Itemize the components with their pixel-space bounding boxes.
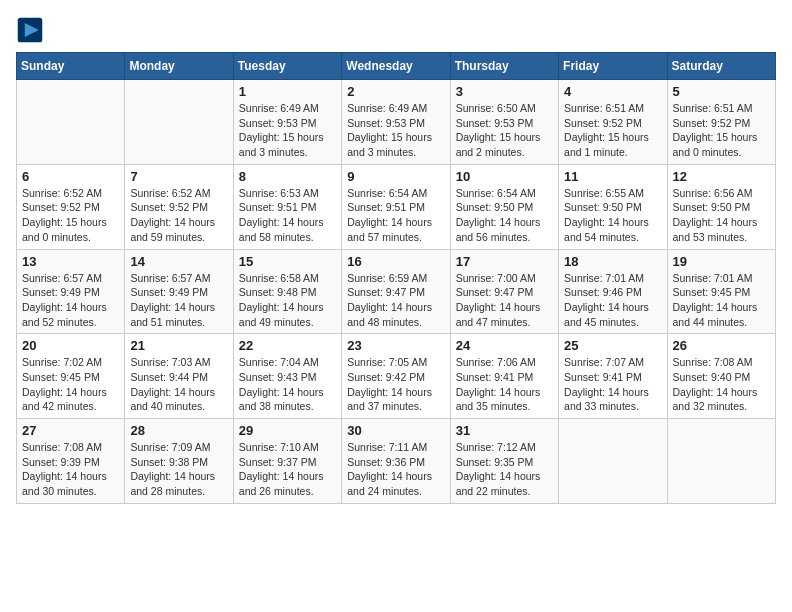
day-number: 20 bbox=[22, 338, 119, 353]
weekday-header-monday: Monday bbox=[125, 53, 233, 80]
day-number: 12 bbox=[673, 169, 770, 184]
calendar-cell: 7Sunrise: 6:52 AM Sunset: 9:52 PM Daylig… bbox=[125, 164, 233, 249]
calendar-cell: 24Sunrise: 7:06 AM Sunset: 9:41 PM Dayli… bbox=[450, 334, 558, 419]
day-number: 28 bbox=[130, 423, 227, 438]
day-info: Sunrise: 6:51 AM Sunset: 9:52 PM Dayligh… bbox=[673, 101, 770, 160]
day-info: Sunrise: 7:11 AM Sunset: 9:36 PM Dayligh… bbox=[347, 440, 444, 499]
day-number: 29 bbox=[239, 423, 336, 438]
week-row-1: 1Sunrise: 6:49 AM Sunset: 9:53 PM Daylig… bbox=[17, 80, 776, 165]
day-number: 8 bbox=[239, 169, 336, 184]
day-info: Sunrise: 6:55 AM Sunset: 9:50 PM Dayligh… bbox=[564, 186, 661, 245]
day-info: Sunrise: 7:01 AM Sunset: 9:46 PM Dayligh… bbox=[564, 271, 661, 330]
logo-icon bbox=[16, 16, 44, 44]
week-row-3: 13Sunrise: 6:57 AM Sunset: 9:49 PM Dayli… bbox=[17, 249, 776, 334]
weekday-header-saturday: Saturday bbox=[667, 53, 775, 80]
calendar-cell bbox=[667, 419, 775, 504]
calendar-cell: 2Sunrise: 6:49 AM Sunset: 9:53 PM Daylig… bbox=[342, 80, 450, 165]
day-info: Sunrise: 7:07 AM Sunset: 9:41 PM Dayligh… bbox=[564, 355, 661, 414]
day-info: Sunrise: 7:03 AM Sunset: 9:44 PM Dayligh… bbox=[130, 355, 227, 414]
day-number: 17 bbox=[456, 254, 553, 269]
calendar-cell: 14Sunrise: 6:57 AM Sunset: 9:49 PM Dayli… bbox=[125, 249, 233, 334]
calendar-cell: 31Sunrise: 7:12 AM Sunset: 9:35 PM Dayli… bbox=[450, 419, 558, 504]
calendar-cell: 28Sunrise: 7:09 AM Sunset: 9:38 PM Dayli… bbox=[125, 419, 233, 504]
week-row-5: 27Sunrise: 7:08 AM Sunset: 9:39 PM Dayli… bbox=[17, 419, 776, 504]
day-info: Sunrise: 6:56 AM Sunset: 9:50 PM Dayligh… bbox=[673, 186, 770, 245]
day-number: 4 bbox=[564, 84, 661, 99]
calendar-cell: 22Sunrise: 7:04 AM Sunset: 9:43 PM Dayli… bbox=[233, 334, 341, 419]
day-info: Sunrise: 6:52 AM Sunset: 9:52 PM Dayligh… bbox=[130, 186, 227, 245]
calendar-cell: 3Sunrise: 6:50 AM Sunset: 9:53 PM Daylig… bbox=[450, 80, 558, 165]
calendar-cell: 1Sunrise: 6:49 AM Sunset: 9:53 PM Daylig… bbox=[233, 80, 341, 165]
calendar-cell bbox=[17, 80, 125, 165]
day-info: Sunrise: 6:59 AM Sunset: 9:47 PM Dayligh… bbox=[347, 271, 444, 330]
day-number: 13 bbox=[22, 254, 119, 269]
day-number: 16 bbox=[347, 254, 444, 269]
calendar-cell: 27Sunrise: 7:08 AM Sunset: 9:39 PM Dayli… bbox=[17, 419, 125, 504]
day-info: Sunrise: 7:08 AM Sunset: 9:39 PM Dayligh… bbox=[22, 440, 119, 499]
calendar-cell: 4Sunrise: 6:51 AM Sunset: 9:52 PM Daylig… bbox=[559, 80, 667, 165]
calendar-cell: 20Sunrise: 7:02 AM Sunset: 9:45 PM Dayli… bbox=[17, 334, 125, 419]
day-info: Sunrise: 6:51 AM Sunset: 9:52 PM Dayligh… bbox=[564, 101, 661, 160]
day-info: Sunrise: 7:12 AM Sunset: 9:35 PM Dayligh… bbox=[456, 440, 553, 499]
day-info: Sunrise: 7:08 AM Sunset: 9:40 PM Dayligh… bbox=[673, 355, 770, 414]
header bbox=[16, 16, 776, 44]
weekday-header-thursday: Thursday bbox=[450, 53, 558, 80]
calendar-cell: 13Sunrise: 6:57 AM Sunset: 9:49 PM Dayli… bbox=[17, 249, 125, 334]
calendar-cell: 5Sunrise: 6:51 AM Sunset: 9:52 PM Daylig… bbox=[667, 80, 775, 165]
day-number: 26 bbox=[673, 338, 770, 353]
day-number: 27 bbox=[22, 423, 119, 438]
day-number: 24 bbox=[456, 338, 553, 353]
day-number: 10 bbox=[456, 169, 553, 184]
day-info: Sunrise: 7:05 AM Sunset: 9:42 PM Dayligh… bbox=[347, 355, 444, 414]
day-info: Sunrise: 6:54 AM Sunset: 9:51 PM Dayligh… bbox=[347, 186, 444, 245]
calendar-cell bbox=[559, 419, 667, 504]
day-info: Sunrise: 6:50 AM Sunset: 9:53 PM Dayligh… bbox=[456, 101, 553, 160]
calendar-cell: 18Sunrise: 7:01 AM Sunset: 9:46 PM Dayli… bbox=[559, 249, 667, 334]
calendar-cell: 17Sunrise: 7:00 AM Sunset: 9:47 PM Dayli… bbox=[450, 249, 558, 334]
calendar-cell: 16Sunrise: 6:59 AM Sunset: 9:47 PM Dayli… bbox=[342, 249, 450, 334]
day-info: Sunrise: 6:49 AM Sunset: 9:53 PM Dayligh… bbox=[347, 101, 444, 160]
day-number: 6 bbox=[22, 169, 119, 184]
day-info: Sunrise: 7:09 AM Sunset: 9:38 PM Dayligh… bbox=[130, 440, 227, 499]
day-number: 7 bbox=[130, 169, 227, 184]
calendar-cell: 25Sunrise: 7:07 AM Sunset: 9:41 PM Dayli… bbox=[559, 334, 667, 419]
logo bbox=[16, 16, 48, 44]
day-info: Sunrise: 7:10 AM Sunset: 9:37 PM Dayligh… bbox=[239, 440, 336, 499]
weekday-header-row: SundayMondayTuesdayWednesdayThursdayFrid… bbox=[17, 53, 776, 80]
calendar-cell: 19Sunrise: 7:01 AM Sunset: 9:45 PM Dayli… bbox=[667, 249, 775, 334]
day-info: Sunrise: 7:06 AM Sunset: 9:41 PM Dayligh… bbox=[456, 355, 553, 414]
day-number: 2 bbox=[347, 84, 444, 99]
calendar-cell: 12Sunrise: 6:56 AM Sunset: 9:50 PM Dayli… bbox=[667, 164, 775, 249]
day-number: 31 bbox=[456, 423, 553, 438]
day-info: Sunrise: 6:57 AM Sunset: 9:49 PM Dayligh… bbox=[130, 271, 227, 330]
day-number: 23 bbox=[347, 338, 444, 353]
calendar-table: SundayMondayTuesdayWednesdayThursdayFrid… bbox=[16, 52, 776, 504]
calendar-cell: 29Sunrise: 7:10 AM Sunset: 9:37 PM Dayli… bbox=[233, 419, 341, 504]
day-number: 14 bbox=[130, 254, 227, 269]
calendar-cell: 23Sunrise: 7:05 AM Sunset: 9:42 PM Dayli… bbox=[342, 334, 450, 419]
day-number: 3 bbox=[456, 84, 553, 99]
weekday-header-friday: Friday bbox=[559, 53, 667, 80]
day-number: 21 bbox=[130, 338, 227, 353]
day-info: Sunrise: 6:54 AM Sunset: 9:50 PM Dayligh… bbox=[456, 186, 553, 245]
day-number: 22 bbox=[239, 338, 336, 353]
calendar-cell: 6Sunrise: 6:52 AM Sunset: 9:52 PM Daylig… bbox=[17, 164, 125, 249]
week-row-2: 6Sunrise: 6:52 AM Sunset: 9:52 PM Daylig… bbox=[17, 164, 776, 249]
weekday-header-wednesday: Wednesday bbox=[342, 53, 450, 80]
day-number: 30 bbox=[347, 423, 444, 438]
day-info: Sunrise: 6:53 AM Sunset: 9:51 PM Dayligh… bbox=[239, 186, 336, 245]
day-info: Sunrise: 7:00 AM Sunset: 9:47 PM Dayligh… bbox=[456, 271, 553, 330]
day-number: 11 bbox=[564, 169, 661, 184]
day-info: Sunrise: 6:58 AM Sunset: 9:48 PM Dayligh… bbox=[239, 271, 336, 330]
calendar-cell: 30Sunrise: 7:11 AM Sunset: 9:36 PM Dayli… bbox=[342, 419, 450, 504]
day-info: Sunrise: 6:57 AM Sunset: 9:49 PM Dayligh… bbox=[22, 271, 119, 330]
calendar-cell: 21Sunrise: 7:03 AM Sunset: 9:44 PM Dayli… bbox=[125, 334, 233, 419]
day-info: Sunrise: 7:01 AM Sunset: 9:45 PM Dayligh… bbox=[673, 271, 770, 330]
day-number: 19 bbox=[673, 254, 770, 269]
weekday-header-tuesday: Tuesday bbox=[233, 53, 341, 80]
calendar-cell: 15Sunrise: 6:58 AM Sunset: 9:48 PM Dayli… bbox=[233, 249, 341, 334]
day-number: 18 bbox=[564, 254, 661, 269]
day-number: 15 bbox=[239, 254, 336, 269]
calendar-cell: 10Sunrise: 6:54 AM Sunset: 9:50 PM Dayli… bbox=[450, 164, 558, 249]
weekday-header-sunday: Sunday bbox=[17, 53, 125, 80]
